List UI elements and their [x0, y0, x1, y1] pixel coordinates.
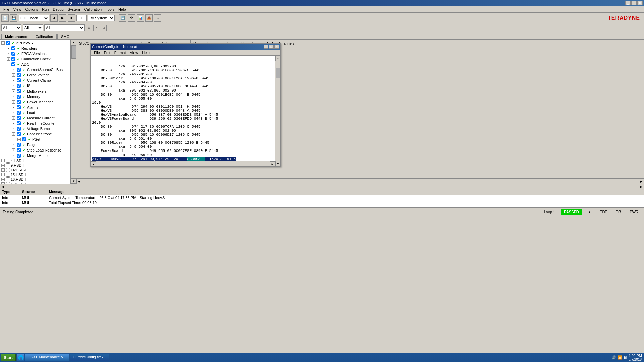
- menu-calibration[interactable]: Calibration: [82, 7, 104, 12]
- notepad-hscroll-right[interactable]: ▶: [270, 161, 275, 166]
- tree-item-hexvs[interactable]: - ✔ 21:HexVS: [1, 40, 70, 46]
- content-hscrollbar[interactable]: ◀ ▶: [76, 178, 644, 184]
- tree-item-fpga[interactable]: + ✔ FPGA Versions: [1, 51, 70, 56]
- check-stepload[interactable]: [17, 148, 21, 152]
- tdf-btn[interactable]: TDF: [597, 209, 610, 215]
- run-count-input[interactable]: [76, 15, 87, 21]
- check-palgen[interactable]: [17, 143, 21, 147]
- expand-hsd16[interactable]: +: [1, 178, 5, 181]
- col-failing[interactable]: Failing Channels: [264, 40, 644, 47]
- tree-item-currentsource[interactable]: + ✔ CurrentSourceCalBus: [1, 67, 70, 72]
- expand-mux[interactable]: +: [12, 89, 15, 93]
- main-hscroll-left[interactable]: ◀: [0, 184, 5, 189]
- check-mux[interactable]: [17, 89, 21, 93]
- maximize-button[interactable]: □: [631, 1, 637, 5]
- pwr-btn[interactable]: PWR: [627, 209, 641, 215]
- expand-alarms[interactable]: +: [12, 106, 15, 109]
- tree-item-calib[interactable]: + ✔ Calibration Check: [1, 56, 70, 62]
- notepad-content[interactable]: aka: 805-002-03,805-002-00 DC-30 956-085…: [91, 56, 280, 166]
- notepad-menu-edit[interactable]: Edit: [102, 50, 112, 55]
- check-fpga[interactable]: [11, 52, 15, 56]
- check-load[interactable]: [17, 111, 21, 115]
- tree-item-forcevolt[interactable]: + ✔ Force Voltage: [1, 72, 70, 78]
- check-pset[interactable]: [22, 137, 26, 141]
- expand-currentclamp[interactable]: +: [12, 79, 15, 82]
- check-currentclamp[interactable]: [17, 78, 21, 82]
- notepad-menu-file[interactable]: File: [92, 50, 102, 55]
- check-hsd15[interactable]: [6, 173, 10, 177]
- taskbar-igxl[interactable]: IG-XL Maintenance V...: [25, 354, 69, 361]
- expand-calib[interactable]: +: [7, 57, 10, 61]
- arrow-up-btn[interactable]: ▲: [585, 209, 594, 215]
- tree-item-hsd9[interactable]: + 9:HSD-I: [1, 163, 70, 168]
- check-hsd16[interactable]: [6, 177, 10, 181]
- menu-run[interactable]: Run: [40, 7, 51, 12]
- notepad-minimize[interactable]: _: [264, 45, 268, 49]
- check-registers[interactable]: [11, 46, 15, 50]
- check-memory[interactable]: [17, 95, 21, 99]
- toolbar-refresh-btn[interactable]: 🔄: [119, 14, 126, 22]
- expand-merge[interactable]: +: [12, 154, 15, 157]
- toolbar-run-btn[interactable]: ▶: [59, 14, 66, 22]
- notepad-scroll-down[interactable]: ▼: [275, 161, 280, 166]
- menu-file[interactable]: File: [1, 7, 11, 12]
- menu-system[interactable]: System: [66, 7, 82, 12]
- menu-help[interactable]: Help: [116, 7, 128, 12]
- tree-item-hsd14[interactable]: + 14:HSD-I: [1, 168, 70, 172]
- tab-smc[interactable]: SMC: [57, 34, 73, 39]
- expand-registers[interactable]: +: [7, 47, 10, 50]
- tab-maintenance[interactable]: Maintenance: [1, 34, 31, 39]
- tree-item-hsd17[interactable]: + 17:HSD-I: [1, 182, 70, 184]
- notepad-close[interactable]: ×: [274, 45, 279, 49]
- tree-scroll-thumb[interactable]: [71, 45, 76, 59]
- expand-rtc[interactable]: +: [12, 122, 15, 125]
- check-currentsource[interactable]: [17, 68, 21, 72]
- expand-hsd14[interactable]: +: [1, 168, 5, 172]
- expand-forcevolt[interactable]: +: [12, 73, 15, 77]
- tab-calibration[interactable]: Calibration: [32, 34, 57, 39]
- check-hsd4[interactable]: [6, 159, 10, 163]
- expand-hexvs[interactable]: -: [1, 41, 5, 45]
- tree-item-voltbump[interactable]: + ✔ Voltage Bump: [1, 126, 70, 131]
- notepad-scroll-thumb[interactable]: [276, 68, 280, 78]
- expand-hsd15[interactable]: +: [1, 173, 5, 176]
- loop-indicator[interactable]: Loop 1: [541, 209, 558, 215]
- content-hscroll-left[interactable]: ◀: [76, 179, 82, 184]
- db-btn[interactable]: DB: [613, 209, 624, 215]
- notepad-menu-help[interactable]: Help: [140, 50, 152, 55]
- tree-item-hsd15[interactable]: + 15:HSD-I: [1, 172, 70, 177]
- toolbar-back-btn[interactable]: ◀: [50, 14, 58, 22]
- expand-memory[interactable]: +: [12, 95, 15, 98]
- check-mode-select[interactable]: Full Check: [19, 15, 49, 21]
- tree-item-alarms[interactable]: + ✔ Alarms: [1, 105, 70, 110]
- expand-pset[interactable]: +: [17, 138, 21, 141]
- tree-item-rtc[interactable]: + ✔ RealTimeCounter: [1, 121, 70, 126]
- check-forcevolt[interactable]: [17, 73, 21, 77]
- tree-item-meascur[interactable]: + ✔ Measure Current: [1, 115, 70, 121]
- notepad-hscrollbar[interactable]: ◀ ▶: [91, 161, 275, 166]
- tree-item-mux[interactable]: + ✔ Multiplexers: [1, 88, 70, 94]
- check-meascur[interactable]: [17, 116, 21, 120]
- menu-view[interactable]: View: [11, 7, 23, 12]
- expand-voltbump[interactable]: +: [12, 127, 15, 130]
- filter1-select[interactable]: All: [1, 24, 21, 31]
- tree-item-load[interactable]: + ✔ Load: [1, 110, 70, 115]
- tree-item-merge[interactable]: + ✔ Merge Mode: [1, 153, 70, 158]
- start-button[interactable]: Start: [1, 354, 16, 361]
- tree-item-memory[interactable]: + ✔ Memory: [1, 94, 70, 99]
- tree-scroll-up[interactable]: ▲: [71, 40, 76, 45]
- check-rtc[interactable]: [17, 121, 21, 125]
- expand-palgen[interactable]: +: [12, 143, 15, 146]
- check-adc[interactable]: [11, 62, 15, 66]
- filter-square-btn[interactable]: □: [101, 25, 107, 31]
- tree-item-pwrmgr[interactable]: + ✔ Power Manager: [1, 99, 70, 105]
- check-hsd9[interactable]: [6, 163, 10, 167]
- menu-debug[interactable]: Debug: [51, 7, 66, 12]
- check-isl[interactable]: [17, 84, 21, 88]
- tree-item-adc[interactable]: - ✔ ADC: [1, 62, 70, 67]
- expand-pwrmgr[interactable]: +: [12, 100, 15, 104]
- notepad-vscrollbar[interactable]: ▲ ▼: [275, 56, 280, 166]
- passed-indicator[interactable]: PASSED: [561, 209, 582, 215]
- tree-item-isl[interactable]: + ✔ ISL: [1, 83, 70, 88]
- expand-fpga[interactable]: +: [7, 52, 10, 55]
